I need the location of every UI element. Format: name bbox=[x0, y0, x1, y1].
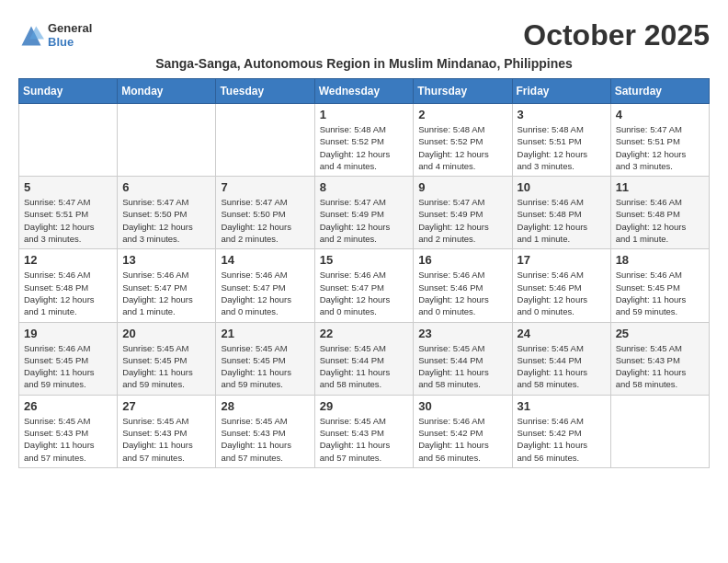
page-header: General Blue October 2025 bbox=[18, 18, 710, 52]
day-number: 14 bbox=[221, 253, 309, 267]
day-info: Sunrise: 5:45 AM Sunset: 5:45 PM Dayligh… bbox=[221, 342, 309, 391]
calendar-cell-w1-d7: 4Sunrise: 5:47 AM Sunset: 5:51 PM Daylig… bbox=[610, 104, 709, 177]
day-number: 16 bbox=[418, 253, 506, 267]
day-number: 3 bbox=[518, 108, 606, 121]
day-info: Sunrise: 5:46 AM Sunset: 5:48 PM Dayligh… bbox=[616, 196, 704, 245]
month-title: October 2025 bbox=[523, 18, 710, 52]
header-row: Sunday Monday Tuesday Wednesday Thursday… bbox=[19, 79, 710, 104]
calendar-cell-w4-d4: 22Sunrise: 5:45 AM Sunset: 5:44 PM Dayli… bbox=[314, 322, 414, 395]
day-info: Sunrise: 5:46 AM Sunset: 5:47 PM Dayligh… bbox=[221, 269, 309, 317]
day-info: Sunrise: 5:46 AM Sunset: 5:47 PM Dayligh… bbox=[122, 269, 210, 317]
day-number: 8 bbox=[320, 180, 409, 194]
calendar-cell-w2-d1: 5Sunrise: 5:47 AM Sunset: 5:51 PM Daylig… bbox=[19, 177, 118, 249]
day-number: 18 bbox=[616, 253, 704, 267]
calendar-cell-w1-d3 bbox=[216, 104, 314, 177]
calendar-cell-w5-d5: 30Sunrise: 5:46 AM Sunset: 5:42 PM Dayli… bbox=[414, 395, 512, 467]
header-monday: Monday bbox=[118, 79, 216, 104]
calendar-cell-w5-d3: 28Sunrise: 5:45 AM Sunset: 5:43 PM Dayli… bbox=[216, 395, 314, 467]
day-info: Sunrise: 5:46 AM Sunset: 5:42 PM Dayligh… bbox=[418, 415, 506, 464]
day-info: Sunrise: 5:47 AM Sunset: 5:50 PM Dayligh… bbox=[221, 196, 309, 245]
day-info: Sunrise: 5:45 AM Sunset: 5:44 PM Dayligh… bbox=[320, 342, 409, 391]
day-number: 30 bbox=[418, 399, 506, 413]
header-friday: Friday bbox=[512, 79, 610, 104]
calendar-cell-w3-d4: 15Sunrise: 5:46 AM Sunset: 5:47 PM Dayli… bbox=[314, 249, 414, 322]
calendar-table: Sunday Monday Tuesday Wednesday Thursday… bbox=[18, 78, 710, 468]
day-info: Sunrise: 5:45 AM Sunset: 5:44 PM Dayligh… bbox=[518, 342, 606, 391]
day-number: 9 bbox=[418, 180, 506, 194]
calendar-cell-w2-d2: 6Sunrise: 5:47 AM Sunset: 5:50 PM Daylig… bbox=[118, 177, 216, 249]
day-info: Sunrise: 5:45 AM Sunset: 5:43 PM Dayligh… bbox=[122, 415, 210, 464]
week-row-5: 26Sunrise: 5:45 AM Sunset: 5:43 PM Dayli… bbox=[19, 395, 710, 467]
day-info: Sunrise: 5:46 AM Sunset: 5:47 PM Dayligh… bbox=[320, 269, 409, 317]
calendar-cell-w5-d7 bbox=[610, 395, 709, 467]
day-info: Sunrise: 5:47 AM Sunset: 5:51 PM Dayligh… bbox=[24, 196, 112, 245]
day-info: Sunrise: 5:45 AM Sunset: 5:43 PM Dayligh… bbox=[221, 415, 309, 464]
calendar-cell-w3-d7: 18Sunrise: 5:46 AM Sunset: 5:45 PM Dayli… bbox=[610, 249, 709, 322]
calendar-cell-w1-d6: 3Sunrise: 5:48 AM Sunset: 5:51 PM Daylig… bbox=[512, 104, 610, 177]
week-row-1: 1Sunrise: 5:48 AM Sunset: 5:52 PM Daylig… bbox=[19, 104, 710, 177]
day-number: 6 bbox=[122, 180, 210, 194]
calendar-cell-w1-d1 bbox=[19, 104, 118, 177]
day-info: Sunrise: 5:46 AM Sunset: 5:45 PM Dayligh… bbox=[24, 342, 112, 391]
calendar-cell-w5-d2: 27Sunrise: 5:45 AM Sunset: 5:43 PM Dayli… bbox=[118, 395, 216, 467]
day-number: 13 bbox=[122, 253, 210, 267]
day-number: 10 bbox=[518, 180, 606, 194]
day-number: 15 bbox=[320, 253, 409, 267]
day-number: 2 bbox=[418, 108, 506, 121]
logo-general-label: General bbox=[48, 22, 92, 35]
calendar-cell-w3-d3: 14Sunrise: 5:46 AM Sunset: 5:47 PM Dayli… bbox=[216, 249, 314, 322]
week-row-4: 19Sunrise: 5:46 AM Sunset: 5:45 PM Dayli… bbox=[19, 322, 710, 395]
calendar-cell-w5-d4: 29Sunrise: 5:45 AM Sunset: 5:43 PM Dayli… bbox=[314, 395, 414, 467]
day-number: 5 bbox=[24, 180, 112, 194]
week-row-3: 12Sunrise: 5:46 AM Sunset: 5:48 PM Dayli… bbox=[19, 249, 710, 322]
calendar-cell-w4-d2: 20Sunrise: 5:45 AM Sunset: 5:45 PM Dayli… bbox=[118, 322, 216, 395]
day-info: Sunrise: 5:48 AM Sunset: 5:52 PM Dayligh… bbox=[320, 123, 409, 172]
day-info: Sunrise: 5:45 AM Sunset: 5:43 PM Dayligh… bbox=[24, 415, 112, 464]
header-sunday: Sunday bbox=[19, 79, 118, 104]
day-info: Sunrise: 5:46 AM Sunset: 5:46 PM Dayligh… bbox=[418, 269, 506, 317]
day-info: Sunrise: 5:48 AM Sunset: 5:52 PM Dayligh… bbox=[418, 123, 506, 172]
day-info: Sunrise: 5:46 AM Sunset: 5:42 PM Dayligh… bbox=[518, 415, 606, 464]
day-info: Sunrise: 5:45 AM Sunset: 5:45 PM Dayligh… bbox=[122, 342, 210, 391]
calendar-cell-w4-d3: 21Sunrise: 5:45 AM Sunset: 5:45 PM Dayli… bbox=[216, 322, 314, 395]
calendar-cell-w1-d5: 2Sunrise: 5:48 AM Sunset: 5:52 PM Daylig… bbox=[414, 104, 512, 177]
day-number: 20 bbox=[122, 327, 210, 340]
calendar-cell-w2-d3: 7Sunrise: 5:47 AM Sunset: 5:50 PM Daylig… bbox=[216, 177, 314, 249]
header-saturday: Saturday bbox=[610, 79, 709, 104]
calendar-cell-w3-d1: 12Sunrise: 5:46 AM Sunset: 5:48 PM Dayli… bbox=[19, 249, 118, 322]
day-number: 7 bbox=[221, 180, 309, 194]
day-info: Sunrise: 5:48 AM Sunset: 5:51 PM Dayligh… bbox=[518, 123, 606, 172]
calendar-cell-w5-d6: 31Sunrise: 5:46 AM Sunset: 5:42 PM Dayli… bbox=[512, 395, 610, 467]
calendar-header: Sunday Monday Tuesday Wednesday Thursday… bbox=[19, 79, 710, 104]
day-number: 28 bbox=[221, 399, 309, 413]
calendar-cell-w3-d2: 13Sunrise: 5:46 AM Sunset: 5:47 PM Dayli… bbox=[118, 249, 216, 322]
day-number: 23 bbox=[418, 327, 506, 340]
day-number: 29 bbox=[320, 399, 409, 413]
logo-text: General Blue bbox=[48, 22, 92, 49]
calendar-cell-w4-d5: 23Sunrise: 5:45 AM Sunset: 5:44 PM Dayli… bbox=[414, 322, 512, 395]
calendar-cell-w4-d1: 19Sunrise: 5:46 AM Sunset: 5:45 PM Dayli… bbox=[19, 322, 118, 395]
logo-icon bbox=[18, 23, 44, 49]
day-number: 27 bbox=[122, 399, 210, 413]
day-info: Sunrise: 5:46 AM Sunset: 5:45 PM Dayligh… bbox=[616, 269, 704, 317]
day-info: Sunrise: 5:47 AM Sunset: 5:49 PM Dayligh… bbox=[418, 196, 506, 245]
day-number: 26 bbox=[24, 399, 112, 413]
header-thursday: Thursday bbox=[414, 79, 512, 104]
day-number: 22 bbox=[320, 327, 409, 340]
logo: General Blue bbox=[18, 22, 92, 49]
day-number: 17 bbox=[518, 253, 606, 267]
week-row-2: 5Sunrise: 5:47 AM Sunset: 5:51 PM Daylig… bbox=[19, 177, 710, 249]
day-number: 12 bbox=[24, 253, 112, 267]
day-info: Sunrise: 5:47 AM Sunset: 5:51 PM Dayligh… bbox=[616, 123, 704, 172]
day-info: Sunrise: 5:45 AM Sunset: 5:44 PM Dayligh… bbox=[418, 342, 506, 391]
day-info: Sunrise: 5:45 AM Sunset: 5:43 PM Dayligh… bbox=[320, 415, 409, 464]
day-number: 25 bbox=[616, 327, 704, 340]
calendar-cell-w4-d6: 24Sunrise: 5:45 AM Sunset: 5:44 PM Dayli… bbox=[512, 322, 610, 395]
day-info: Sunrise: 5:47 AM Sunset: 5:50 PM Dayligh… bbox=[122, 196, 210, 245]
calendar-cell-w5-d1: 26Sunrise: 5:45 AM Sunset: 5:43 PM Dayli… bbox=[19, 395, 118, 467]
day-number: 11 bbox=[616, 180, 704, 194]
calendar-cell-w2-d7: 11Sunrise: 5:46 AM Sunset: 5:48 PM Dayli… bbox=[610, 177, 709, 249]
calendar-cell-w2-d6: 10Sunrise: 5:46 AM Sunset: 5:48 PM Dayli… bbox=[512, 177, 610, 249]
day-number: 24 bbox=[518, 327, 606, 340]
calendar-cell-w2-d5: 9Sunrise: 5:47 AM Sunset: 5:49 PM Daylig… bbox=[414, 177, 512, 249]
